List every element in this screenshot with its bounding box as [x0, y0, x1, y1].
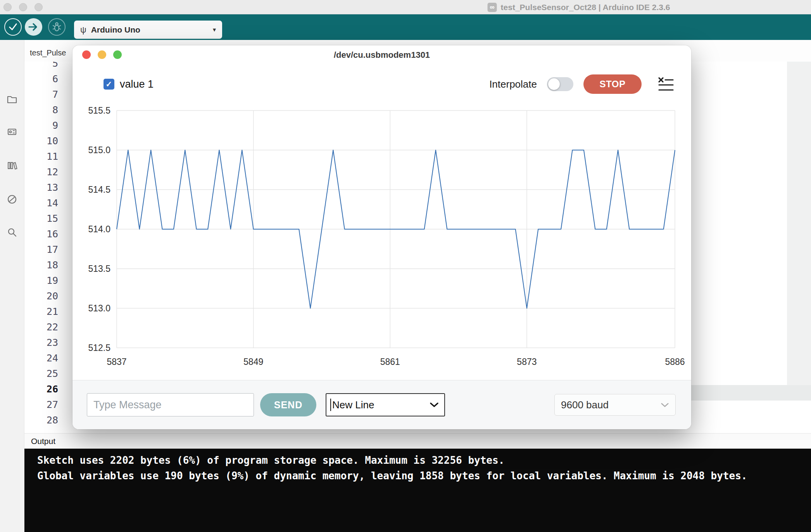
svg-text:5837: 5837: [107, 357, 126, 367]
tab-sketch[interactable]: test_Pulse: [30, 48, 66, 57]
serial-plot-svg: 512.5513.0513.5514.0514.5515.0515.558375…: [78, 104, 690, 378]
series-legend: ✓ value 1: [104, 78, 154, 90]
window-zoom-button[interactable]: [35, 3, 43, 11]
window-title: ∞ test_PulseSensor_Oct28 | Arduino IDE 2…: [488, 0, 670, 14]
debug-icon[interactable]: [6, 193, 18, 205]
line-number: 20: [24, 288, 58, 304]
check-icon: [5, 18, 21, 36]
right-arrow-icon: [25, 18, 42, 36]
line-number: 17: [24, 242, 58, 257]
svg-text:515.0: 515.0: [88, 145, 110, 155]
line-number: 11: [24, 149, 58, 164]
interpolate-label: Interpolate: [489, 78, 537, 90]
svg-text:513.5: 513.5: [88, 264, 110, 274]
editor-minimap-gutter[interactable]: [787, 40, 811, 398]
line-number: 28: [24, 413, 58, 428]
window-title-text: test_PulseSensor_Oct28 | Arduino IDE 2.3…: [501, 3, 670, 12]
serial-plotter-titlebar: /dev/cu.usbmodem1301: [72, 45, 691, 63]
output-panel-header: Output: [24, 433, 811, 449]
baud-rate-value: 9600 baud: [561, 399, 661, 411]
usb-icon: ψ: [80, 25, 86, 35]
line-number: 18: [24, 257, 58, 273]
line-number: 25: [24, 366, 58, 382]
serial-plot-chart: 512.5513.0513.5514.0514.5515.0515.558375…: [78, 104, 690, 378]
bug-icon: [49, 18, 65, 36]
stop-button[interactable]: STOP: [583, 74, 642, 94]
board-selector[interactable]: ψ Arduino Uno ▾: [74, 21, 222, 39]
line-number: 13: [24, 180, 58, 195]
line-number: 27: [24, 397, 58, 413]
line-number: 26: [24, 382, 58, 397]
line-number: 6: [24, 71, 58, 87]
svg-text:514.5: 514.5: [88, 185, 110, 195]
line-number: 12: [24, 164, 58, 180]
chevron-down-icon: ▾: [213, 26, 216, 33]
send-button[interactable]: SEND: [260, 393, 316, 416]
svg-text:514.0: 514.0: [88, 224, 110, 234]
line-number: 15: [24, 211, 58, 226]
window-close-button[interactable]: [3, 3, 12, 11]
line-number: 22: [24, 320, 58, 335]
plotter-controls-row: ✓ value 1 Interpolate STOP: [104, 73, 674, 95]
text-cursor: [330, 399, 331, 411]
plotter-bottom-bar: SEND New Line 9600 baud: [72, 380, 691, 429]
sketchbook-folder-icon[interactable]: [6, 93, 18, 105]
line-number: 24: [24, 351, 58, 366]
activity-sidebar: [0, 40, 24, 532]
line-numbers: 5678910111213141516171819202122232425262…: [24, 56, 58, 428]
clear-chart-icon[interactable]: [658, 77, 674, 92]
svg-text:5886: 5886: [665, 357, 685, 367]
console-line: Sketch uses 2202 bytes (6%) of program s…: [37, 453, 811, 468]
svg-text:513.0: 513.0: [88, 303, 110, 313]
debug-button[interactable]: [48, 18, 66, 36]
upload-button[interactable]: [25, 18, 42, 36]
titlebar: ∞ test_PulseSensor_Oct28 | Arduino IDE 2…: [0, 0, 811, 14]
series-label: value 1: [120, 78, 154, 90]
toolbar: ψ Arduino Uno ▾: [0, 14, 811, 40]
search-icon[interactable]: [6, 226, 18, 238]
verify-button[interactable]: [4, 18, 22, 36]
line-number: 21: [24, 304, 58, 320]
chevron-down-icon: [430, 402, 439, 408]
output-panel-title: Output: [31, 434, 55, 449]
chevron-down-icon: [661, 402, 669, 408]
console-output: Sketch uses 2202 bytes (6%) of program s…: [24, 449, 811, 532]
serial-port-title: /dev/cu.usbmodem1301: [72, 45, 691, 65]
svg-text:5849: 5849: [243, 357, 263, 367]
line-number: 19: [24, 273, 58, 288]
line-number: 10: [24, 133, 58, 149]
window-minimize-button[interactable]: [19, 3, 27, 11]
console-line: Global variables use 190 bytes (9%) of d…: [37, 468, 811, 484]
line-number: 7: [24, 87, 58, 102]
library-manager-icon[interactable]: [6, 160, 18, 171]
line-number: 8: [24, 102, 58, 118]
svg-text:515.5: 515.5: [88, 105, 110, 116]
line-number: 14: [24, 195, 58, 211]
message-input[interactable]: [87, 393, 254, 416]
baud-rate-dropdown[interactable]: 9600 baud: [554, 394, 676, 416]
toggle-knob: [548, 78, 560, 90]
line-number: 9: [24, 118, 58, 133]
board-selector-label: Arduino Uno: [91, 25, 208, 35]
line-ending-value: New Line: [332, 399, 430, 411]
line-number: 23: [24, 335, 58, 351]
app-icon: ∞: [488, 3, 497, 12]
plotter-actions: Interpolate STOP: [489, 74, 674, 94]
line-number: 16: [24, 226, 58, 242]
svg-text:512.5: 512.5: [88, 343, 110, 353]
serial-plotter-window: /dev/cu.usbmodem1301 ✓ value 1 Interpola…: [72, 45, 691, 429]
svg-text:5861: 5861: [380, 357, 400, 367]
svg-text:5873: 5873: [517, 357, 537, 367]
editor-horizontal-scrollbar[interactable]: [691, 385, 811, 401]
interpolate-toggle[interactable]: [547, 77, 573, 91]
line-ending-dropdown[interactable]: New Line: [326, 393, 445, 416]
series-checkbox[interactable]: ✓: [104, 79, 114, 90]
boards-manager-icon[interactable]: [6, 126, 18, 138]
